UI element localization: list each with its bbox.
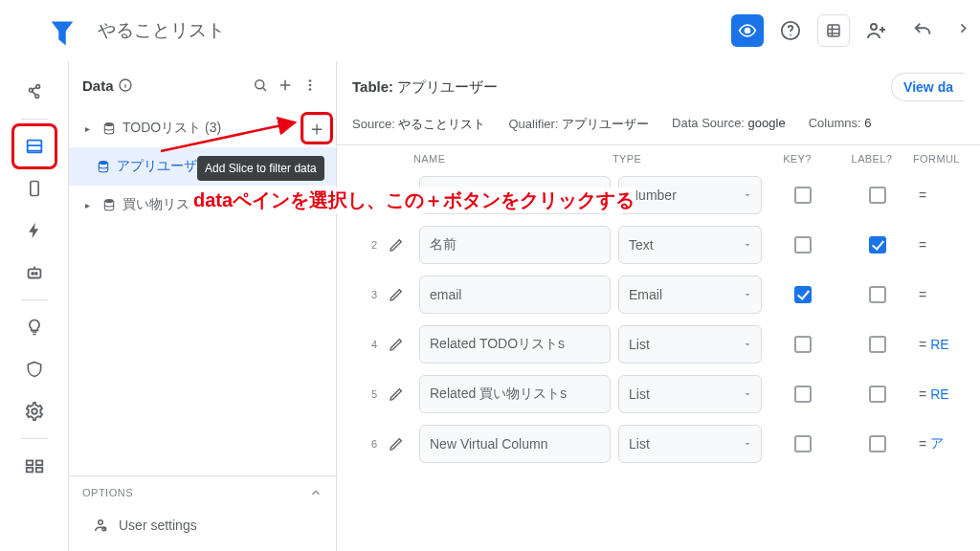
redo-button[interactable] bbox=[949, 11, 969, 50]
column-row: 6New Virtual ColumnList= ア bbox=[346, 419, 970, 469]
svg-point-4 bbox=[871, 24, 877, 30]
formula-cell[interactable]: = RE bbox=[919, 386, 980, 402]
rail-settings-icon[interactable] bbox=[15, 392, 54, 430]
help-button[interactable] bbox=[771, 11, 810, 50]
formula-cell[interactable]: = bbox=[919, 237, 980, 253]
top-actions bbox=[731, 11, 969, 50]
share-button[interactable] bbox=[858, 11, 896, 50]
edit-icon[interactable] bbox=[389, 287, 412, 302]
svg-rect-15 bbox=[35, 461, 41, 466]
svg-point-22 bbox=[309, 88, 312, 91]
app-title: やることリスト bbox=[98, 18, 225, 43]
table-title-row: Table: アプリユーザー View da bbox=[337, 61, 980, 110]
rail-home-icon[interactable] bbox=[15, 73, 54, 111]
label-checkbox[interactable] bbox=[869, 286, 886, 303]
label-checkbox[interactable] bbox=[869, 435, 886, 452]
svg-point-0 bbox=[746, 28, 750, 33]
key-checkbox[interactable] bbox=[794, 336, 812, 353]
edit-icon[interactable] bbox=[389, 237, 412, 253]
column-name-input[interactable]: email bbox=[419, 276, 611, 314]
column-type-select[interactable]: List bbox=[618, 375, 762, 413]
user-settings-link[interactable]: User settings bbox=[69, 509, 336, 551]
svg-point-2 bbox=[790, 33, 791, 35]
svg-rect-17 bbox=[35, 468, 41, 473]
svg-point-19 bbox=[256, 80, 264, 89]
columns-list: 1_RowNumberNumber= 2名前Text= 3emailEmail=… bbox=[337, 170, 980, 478]
rail-idea-icon[interactable] bbox=[15, 308, 54, 346]
rail-security-icon[interactable] bbox=[15, 350, 54, 388]
svg-point-13 bbox=[32, 408, 37, 414]
column-type-select[interactable]: Email bbox=[618, 276, 762, 314]
formula-cell[interactable]: = ア bbox=[919, 435, 980, 452]
main-panel: Table: アプリユーザー View da Source: やることリスト Q… bbox=[337, 61, 980, 551]
more-icon[interactable] bbox=[298, 73, 323, 98]
svg-rect-9 bbox=[30, 182, 37, 196]
label-checkbox[interactable] bbox=[869, 236, 886, 253]
nav-rail bbox=[0, 61, 69, 551]
column-type-select[interactable]: List bbox=[618, 325, 762, 364]
svg-point-26 bbox=[99, 520, 103, 525]
column-name-input[interactable]: New Virtual Column bbox=[419, 425, 611, 463]
label-checkbox[interactable] bbox=[869, 187, 886, 204]
svg-rect-14 bbox=[26, 461, 32, 466]
formula-cell[interactable]: = RE bbox=[919, 337, 980, 352]
app-logo-icon bbox=[48, 19, 77, 48]
tree-item-todo[interactable]: ▸ TODOリスト (3) ＋ bbox=[69, 109, 336, 147]
column-type-select[interactable]: List bbox=[618, 425, 762, 463]
view-data-button[interactable]: View da bbox=[891, 73, 965, 101]
sheets-button[interactable] bbox=[817, 14, 850, 47]
column-row: 2名前Text= bbox=[346, 220, 970, 270]
svg-point-25 bbox=[104, 199, 113, 203]
formula-cell[interactable]: = bbox=[919, 287, 980, 302]
svg-rect-3 bbox=[828, 25, 839, 36]
undo-button[interactable] bbox=[903, 11, 942, 50]
data-sidebar: Data ▸ TODOリスト (3) ＋ アプリユーザー ▸ 買い物リスト (1… bbox=[69, 61, 337, 551]
formula-cell[interactable]: = bbox=[919, 187, 980, 203]
svg-point-12 bbox=[34, 273, 36, 275]
add-slice-tooltip: Add Slice to filter data bbox=[197, 156, 324, 181]
rail-views-icon[interactable] bbox=[15, 169, 54, 208]
column-name-input[interactable]: 名前 bbox=[419, 226, 611, 264]
column-row: 3emailEmail= bbox=[346, 270, 970, 320]
row-number: 3 bbox=[352, 289, 381, 300]
column-row: 4Related TODOリストsList= RE bbox=[346, 320, 970, 369]
svg-point-21 bbox=[309, 84, 312, 87]
column-type-select[interactable]: Number bbox=[618, 176, 762, 214]
row-number: 2 bbox=[352, 239, 381, 251]
options-header[interactable]: OPTIONS bbox=[69, 475, 336, 509]
column-name-input[interactable]: Related 買い物リストs bbox=[419, 375, 611, 413]
svg-point-7 bbox=[34, 95, 38, 99]
table-meta: Source: やることリスト Qualifier: アプリユーザー Data … bbox=[337, 110, 980, 145]
add-slice-button[interactable]: ＋ bbox=[303, 115, 330, 142]
svg-rect-16 bbox=[26, 468, 32, 473]
label-checkbox[interactable] bbox=[869, 336, 886, 353]
key-checkbox[interactable] bbox=[794, 187, 812, 204]
edit-icon[interactable] bbox=[389, 337, 412, 352]
rail-manage-icon[interactable] bbox=[15, 447, 54, 485]
key-checkbox[interactable] bbox=[794, 435, 812, 452]
svg-point-5 bbox=[29, 88, 33, 92]
search-icon[interactable] bbox=[248, 73, 273, 98]
key-checkbox[interactable] bbox=[794, 386, 812, 403]
key-checkbox[interactable] bbox=[794, 286, 812, 303]
key-checkbox[interactable] bbox=[794, 236, 812, 253]
add-table-icon[interactable] bbox=[273, 73, 298, 98]
row-number: 6 bbox=[352, 438, 381, 450]
annotation-text: dataペインを選択し、この＋ボタンをクリックする bbox=[191, 187, 636, 213]
label-checkbox[interactable] bbox=[869, 386, 886, 403]
info-icon[interactable] bbox=[118, 77, 133, 93]
svg-point-11 bbox=[32, 273, 33, 275]
svg-point-24 bbox=[99, 161, 107, 165]
column-name-input[interactable]: Related TODOリストs bbox=[419, 325, 611, 364]
rail-actions-icon[interactable] bbox=[15, 211, 54, 250]
svg-point-6 bbox=[35, 85, 39, 89]
column-row: 5Related 買い物リストsList= RE bbox=[346, 369, 970, 419]
edit-icon[interactable] bbox=[389, 386, 412, 402]
column-type-select[interactable]: Text bbox=[618, 226, 762, 264]
row-number: 5 bbox=[352, 388, 381, 400]
svg-point-20 bbox=[309, 79, 312, 82]
edit-icon[interactable] bbox=[389, 436, 412, 452]
rail-bot-icon[interactable] bbox=[15, 253, 54, 292]
rail-data-icon[interactable] bbox=[15, 127, 54, 165]
preview-button[interactable] bbox=[731, 14, 764, 47]
